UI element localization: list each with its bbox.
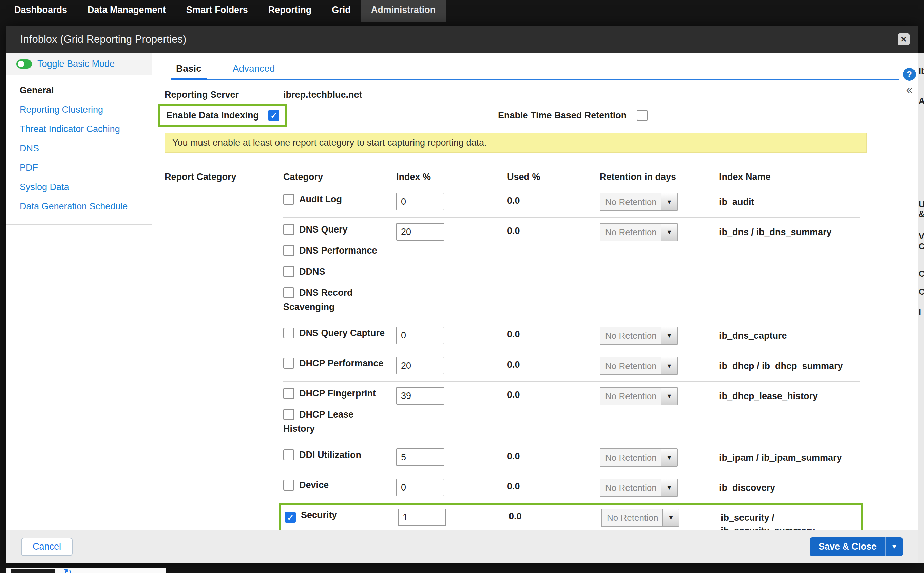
- retention-cell: No Retention▼: [600, 223, 719, 241]
- index-name-value: ib_audit: [719, 196, 860, 208]
- chevron-down-icon[interactable]: ▼: [662, 479, 678, 497]
- nav-item-dashboards[interactable]: Dashboards: [4, 0, 77, 22]
- retention-value: No Retention: [600, 357, 662, 375]
- enable-data-indexing-checkbox[interactable]: ✓: [268, 110, 279, 121]
- grid-reporting-properties-dialog: Infoblox (Grid Reporting Properties) ✕ T…: [6, 26, 918, 564]
- category-checkbox[interactable]: [283, 287, 294, 298]
- category-checkbox[interactable]: [283, 480, 294, 490]
- index-percent-input[interactable]: [398, 509, 446, 526]
- chevron-down-icon[interactable]: ▼: [663, 509, 679, 527]
- clipped-text-fragment: V: [919, 232, 924, 241]
- report-category-group: DNS QueryDNS PerformanceDDNSDNS Record S…: [283, 218, 860, 321]
- index-percent-input[interactable]: [396, 387, 444, 405]
- retention-value: No Retention: [600, 479, 662, 497]
- category-checkbox[interactable]: [283, 388, 294, 399]
- sidebar-item-reporting-clustering[interactable]: Reporting Clustering: [6, 100, 151, 119]
- sidebar: Toggle Basic Mode GeneralReporting Clust…: [6, 53, 152, 225]
- retention-select[interactable]: No Retention▼: [600, 448, 678, 467]
- enable-time-based-retention-checkbox[interactable]: [637, 110, 648, 121]
- category-checkbox[interactable]: [283, 266, 294, 277]
- clipped-text-fragment: C: [919, 269, 924, 279]
- category-checkbox[interactable]: ✓: [285, 512, 296, 523]
- chevron-down-icon[interactable]: ▼: [662, 327, 678, 345]
- category-label: DDI Utilization: [299, 450, 361, 460]
- category-checkbox[interactable]: [283, 224, 294, 235]
- save-and-close-button[interactable]: Save & Close ▼: [810, 537, 903, 556]
- clipped-text-fragment: C: [919, 287, 924, 297]
- sidebar-item-general[interactable]: General: [6, 81, 151, 100]
- category-cell: ✓Security: [285, 509, 398, 523]
- report-category-label: Report Category: [164, 172, 283, 182]
- nav-item-smart-folders[interactable]: Smart Folders: [176, 0, 258, 22]
- close-button[interactable]: ✕: [897, 33, 910, 45]
- used-percent-value: 0.0: [507, 329, 600, 340]
- help-icon[interactable]: ?: [903, 68, 916, 81]
- retention-select[interactable]: No Retention▼: [600, 223, 678, 241]
- category-label: DHCP Fingerprint: [299, 388, 376, 399]
- index-percent-input[interactable]: [396, 327, 444, 344]
- category-row-dns-performance: DNS Performance: [283, 244, 385, 258]
- report-category-group: DHCP FingerprintDHCP Lease History0.0No …: [283, 382, 860, 443]
- category-checkbox[interactable]: [283, 358, 294, 369]
- retention-select[interactable]: No Retention▼: [600, 357, 678, 375]
- nav-item-reporting[interactable]: Reporting: [258, 0, 322, 22]
- chevron-down-icon[interactable]: ▼: [885, 537, 903, 556]
- category-checkbox[interactable]: [283, 245, 294, 256]
- chevron-down-icon[interactable]: ▼: [662, 448, 678, 467]
- clipped-bottom-content: ↻: [6, 568, 165, 573]
- sidebar-item-pdf[interactable]: PDF: [6, 158, 151, 177]
- index-percent-input[interactable]: [396, 479, 444, 496]
- index-name-value: ib_dhcp_lease_history: [719, 390, 860, 402]
- chevron-down-icon[interactable]: ▼: [662, 387, 678, 405]
- retention-select[interactable]: No Retention▼: [601, 509, 679, 527]
- dialog-title: Infoblox (Grid Reporting Properties): [6, 33, 186, 45]
- index-percent-input[interactable]: [396, 357, 444, 374]
- category-checkbox[interactable]: [283, 327, 294, 338]
- index-name-value: ib_ipam / ib_ipam_summary: [719, 451, 860, 464]
- used-percent-value: 0.0: [507, 360, 600, 370]
- retention-select[interactable]: No Retention▼: [600, 327, 678, 345]
- reporting-server-value: ibrep.techblue.net: [283, 89, 362, 100]
- report-category-group: Audit Log0.0No Retention▼ib_audit: [283, 187, 860, 218]
- nav-item-data-management[interactable]: Data Management: [77, 0, 176, 22]
- nav-item-grid[interactable]: Grid: [322, 0, 361, 22]
- retention-select[interactable]: No Retention▼: [600, 479, 678, 497]
- toggle-basic-mode[interactable]: Toggle Basic Mode: [6, 53, 151, 75]
- sidebar-item-dns[interactable]: DNS: [6, 139, 151, 158]
- collapse-panel-icon[interactable]: «: [906, 83, 913, 95]
- nav-item-administration[interactable]: Administration: [361, 0, 446, 22]
- dialog-body: Toggle Basic Mode GeneralReporting Clust…: [6, 53, 918, 529]
- column-header-index-name: Index Name: [719, 172, 860, 182]
- chevron-down-icon[interactable]: ▼: [662, 223, 678, 241]
- dialog-footer: Cancel Save & Close ▼: [6, 529, 918, 564]
- category-label: DNS Query Capture: [299, 328, 385, 338]
- category-checkbox[interactable]: [283, 449, 294, 460]
- sidebar-item-data-generation-schedule[interactable]: Data Generation Schedule: [6, 197, 151, 216]
- sidebar-item-syslog-data[interactable]: Syslog Data: [6, 177, 151, 197]
- chevron-down-icon[interactable]: ▼: [662, 193, 678, 211]
- table-header-row: CategoryIndex %Used %Retention in daysIn…: [283, 172, 860, 187]
- column-header-index: Index %: [396, 172, 507, 182]
- warning-banner: You must enable at least one report cate…: [164, 133, 867, 153]
- tab-advanced[interactable]: Advanced: [227, 63, 281, 80]
- retention-select[interactable]: No Retention▼: [600, 387, 678, 405]
- retention-select[interactable]: No Retention▼: [600, 193, 678, 211]
- index-name-value: ib_dns / ib_dns_summary: [719, 226, 860, 239]
- cancel-button[interactable]: Cancel: [21, 538, 73, 556]
- category-checkbox[interactable]: [283, 194, 294, 205]
- index-percent-input[interactable]: [396, 193, 444, 210]
- index-name-value: ib_dns_capture: [719, 329, 860, 342]
- category-cell: DNS QueryDNS PerformanceDDNSDNS Record S…: [283, 223, 396, 315]
- sidebar-item-threat-indicator-caching[interactable]: Threat Indicator Caching: [6, 119, 151, 139]
- index-percent-input[interactable]: [396, 448, 444, 466]
- category-row-dns-query: DNS Query: [283, 223, 385, 237]
- category-row-dhcp-performance: DHCP Performance: [283, 357, 385, 371]
- chevron-down-icon[interactable]: ▼: [662, 357, 678, 375]
- index-percent-cell: [396, 223, 507, 241]
- category-label: Security: [301, 510, 337, 520]
- index-percent-cell: [396, 357, 507, 374]
- category-checkbox[interactable]: [283, 409, 294, 420]
- index-percent-input[interactable]: [396, 223, 444, 241]
- enable-data-indexing-label: Enable Data Indexing: [166, 110, 259, 121]
- tab-basic[interactable]: Basic: [171, 63, 207, 80]
